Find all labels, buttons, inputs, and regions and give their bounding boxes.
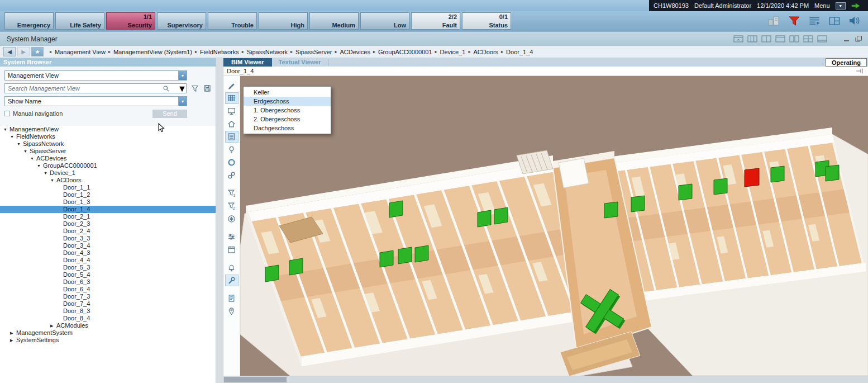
- collapse-icon[interactable]: ▼: [37, 162, 43, 169]
- door-marker-ok[interactable]: [380, 250, 393, 267]
- tree-item-fieldnetworks[interactable]: ▼FieldNetworks: [0, 133, 216, 140]
- tree-item-door-8-4[interactable]: Door_8_4: [0, 315, 216, 322]
- tree-item-managementsystem[interactable]: ▶ManagementSystem: [0, 329, 216, 337]
- panel-splitter[interactable]: [216, 58, 223, 383]
- layout-grid-icon[interactable]: [803, 35, 813, 42]
- door-marker-ok[interactable]: [826, 165, 839, 181]
- event-list-icon[interactable]: [808, 16, 821, 26]
- breadcrumb-item-sipassnetwork[interactable]: SipassNetwork: [247, 49, 288, 55]
- scrollbar-thumb[interactable]: [224, 377, 287, 382]
- sliders-icon[interactable]: [225, 231, 239, 243]
- layout-split-icon[interactable]: [747, 35, 757, 42]
- tree-item-door-8-3[interactable]: Door_8_3: [0, 308, 216, 315]
- event-category-emergency[interactable]: Emergency: [4, 12, 54, 30]
- collapse-icon[interactable]: ▼: [44, 169, 50, 177]
- breadcrumb-item-management-view[interactable]: Management View: [55, 49, 106, 55]
- door-marker-alarm[interactable]: [745, 168, 759, 187]
- wrench-icon[interactable]: [225, 275, 239, 286]
- tree-item-acmodules[interactable]: ▶ACModules: [0, 322, 216, 329]
- location-icon[interactable]: [225, 305, 239, 317]
- event-category-status[interactable]: 0/1Status: [462, 12, 511, 30]
- minimize-icon[interactable]: [843, 35, 851, 42]
- layout-wide-icon[interactable]: [817, 35, 827, 42]
- layout-single-icon[interactable]: [775, 35, 785, 42]
- tree-item-door-6-3[interactable]: Door_6_3: [0, 278, 216, 286]
- collapse-icon[interactable]: ▼: [30, 155, 36, 162]
- forward-button[interactable]: ▶: [17, 47, 30, 56]
- breadcrumb-item-fieldnetworks[interactable]: FieldNetworks: [200, 49, 239, 55]
- collapse-icon[interactable]: ▼: [17, 140, 23, 148]
- tree-item-door-2-4[interactable]: Door_2_4: [0, 228, 216, 235]
- tree-item-sipassserver[interactable]: ▼SipassServer: [0, 148, 216, 155]
- display-icon[interactable]: [225, 105, 239, 117]
- event-category-trouble[interactable]: Trouble: [208, 12, 257, 30]
- tab-bim-viewer[interactable]: BIM Viewer: [223, 58, 272, 67]
- tree-item-door-6-4[interactable]: Door_6_4: [0, 286, 216, 293]
- bim-3d-view[interactable]: [240, 76, 868, 376]
- floor-item-dachgeschoss[interactable]: Dachgeschoss: [244, 124, 331, 133]
- collapse-icon[interactable]: ▼: [50, 177, 56, 184]
- search-dropdown-icon[interactable]: ▼: [178, 84, 186, 93]
- horizontal-scrollbar[interactable]: [223, 376, 868, 383]
- door-marker-ok[interactable]: [478, 210, 491, 227]
- report-icon[interactable]: [225, 292, 239, 304]
- filter-2-icon[interactable]: 2: [225, 200, 239, 212]
- audio-icon[interactable]: [848, 15, 861, 26]
- door-marker-ok[interactable]: [494, 207, 508, 224]
- tree-item-door-2-3[interactable]: Door_2_3: [0, 220, 216, 228]
- edit-icon[interactable]: [225, 79, 239, 91]
- tree-item-door-5-3[interactable]: Door_5_3: [0, 264, 216, 271]
- asterisk-icon[interactable]: [225, 213, 239, 225]
- breadcrumb-item-sipassserver[interactable]: SipassServer: [295, 49, 332, 55]
- send-button[interactable]: Send: [152, 110, 187, 118]
- menu-dropdown-icon[interactable]: ▼: [836, 2, 846, 10]
- breadcrumb-item-acdevices[interactable]: ACDevices: [340, 49, 370, 55]
- tree-item-door-1-1[interactable]: Door_1_1: [0, 184, 216, 191]
- door-marker-ok[interactable]: [265, 265, 279, 282]
- restore-icon[interactable]: [855, 35, 862, 42]
- floor-item-1-obergeschoss[interactable]: 1. Obergeschoss: [244, 106, 331, 115]
- expand-icon[interactable]: ▶: [10, 337, 16, 344]
- tree-item-managementview[interactable]: ▼ManagementView: [0, 126, 216, 133]
- event-category-medium[interactable]: Medium: [309, 12, 359, 30]
- door-marker-ok[interactable]: [604, 202, 618, 218]
- tree-item-door-3-4[interactable]: Door_3_4: [0, 242, 216, 249]
- tree-item-door-4-3[interactable]: Door_4_3: [0, 249, 216, 257]
- tree-item-acdevices[interactable]: ▼ACDevices: [0, 155, 216, 162]
- operating-mode-button[interactable]: Operating: [826, 58, 867, 67]
- event-category-security[interactable]: 1/1Security: [106, 12, 155, 30]
- collapse-icon[interactable]: ▼: [23, 148, 30, 155]
- schedule-icon[interactable]: [225, 244, 239, 256]
- tree-item-sipassnetwork[interactable]: ▼SipassNetwork: [0, 140, 216, 148]
- home-icon[interactable]: [225, 118, 239, 130]
- search-icon[interactable]: [163, 85, 170, 92]
- breadcrumb-item-device-1[interactable]: Device_1: [440, 49, 466, 55]
- event-category-low[interactable]: Low: [360, 12, 409, 30]
- tree-item-door-1-3[interactable]: Door_1_3: [0, 198, 216, 206]
- chevron-down-icon[interactable]: ▼: [178, 71, 187, 80]
- door-marker-ok[interactable]: [289, 258, 303, 275]
- collapse-icon[interactable]: ▼: [10, 133, 16, 140]
- menu-button[interactable]: Menu: [814, 2, 830, 9]
- door-marker-ok[interactable]: [415, 245, 428, 262]
- door-marker-ok[interactable]: [679, 184, 692, 200]
- layout-columns-icon[interactable]: [761, 35, 771, 42]
- door-marker-ok[interactable]: [631, 196, 645, 212]
- door-marker-ok[interactable]: [389, 201, 403, 217]
- lamp-icon[interactable]: [225, 144, 239, 155]
- launch-arrow-icon[interactable]: [851, 2, 860, 10]
- view-selector-dropdown[interactable]: Management View ▼: [4, 70, 187, 81]
- event-category-fault[interactable]: 2/2Fault: [411, 12, 460, 30]
- floor-item-keller[interactable]: Keller: [244, 88, 331, 97]
- event-filter-icon[interactable]: [788, 16, 800, 26]
- door-marker-ok[interactable]: [714, 178, 727, 195]
- save-icon[interactable]: [203, 84, 211, 92]
- tree-item-groupacc0000001[interactable]: ▼GroupACC0000001: [0, 162, 216, 169]
- tree-item-door-4-4[interactable]: Door_4_4: [0, 257, 216, 264]
- floor-item-2-obergeschoss[interactable]: 2. Obergeschoss: [244, 115, 331, 124]
- breadcrumb-item-door-1-4[interactable]: Door_1_4: [506, 49, 533, 55]
- breadcrumb-item-managementview-system1-[interactable]: ManagementView (System1): [113, 49, 192, 55]
- tree-item-door-1-2[interactable]: Door_1_2: [0, 191, 216, 198]
- tree-item-door-2-1[interactable]: Door_2_1: [0, 213, 216, 220]
- search-input[interactable]: [5, 84, 163, 93]
